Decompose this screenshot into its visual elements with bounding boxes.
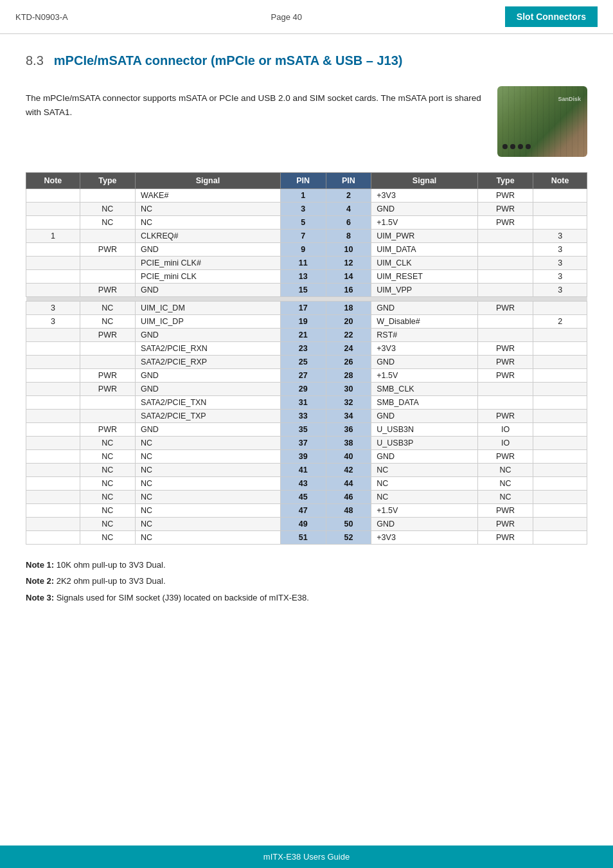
connector-image: SanDisk [497,86,587,157]
table-row: NCNC4344NCNC [26,477,587,491]
description-area: The mPCIe/mSATA connector supports mSATA… [26,86,587,157]
table-cell: PWR [80,369,135,383]
table-cell [26,329,80,342]
table-cell: NC [80,477,135,491]
table-cell [477,270,533,284]
table-cell: GND [371,203,478,216]
table-cell: 34 [326,410,371,423]
table-cell [533,464,587,477]
table-cell: UIM_IC_DP [136,315,281,329]
table-cell: GND [371,356,478,369]
table-cell [26,216,80,230]
table-cell: 18 [326,302,371,315]
table-cell: PWR [477,356,533,369]
table-cell: PWR [477,203,533,216]
table-cell: 37 [280,437,326,450]
table-cell: 33 [280,410,326,423]
dot-1 [502,144,508,149]
brand-label: SanDisk [558,96,581,102]
table-cell: GND [136,383,281,396]
table-cell: 10 [326,243,371,257]
table-cell: PWR [477,342,533,356]
table-cell: +1.5V [371,504,478,518]
table-cell: +3V3 [371,531,478,545]
table-cell: 2 [533,315,587,329]
section-title: mPCIe/mSATA connector (mPCIe or mSATA & … [54,53,403,68]
table-row: SATA2/PCIE_TXP3334GNDPWR [26,410,587,423]
table-cell: 32 [326,396,371,410]
table-cell: PWR [477,518,533,531]
section-label: Slot Connectors [505,6,598,27]
table-row: WAKE#12+3V3PWR [26,189,587,203]
col-header-pin-l: PIN [280,173,326,189]
table-cell: 3 [26,302,80,315]
note-2: Note 2: 2K2 ohm pull-up to 3V3 Dual. [26,574,587,588]
table-cell: 30 [326,383,371,396]
table-cell: 31 [280,396,326,410]
table-row: SATA2/PCIE_RXN2324+3V3PWR [26,342,587,356]
col-header-note-l: Note [26,173,80,189]
table-cell: UIM_VPP [371,284,478,297]
page-header: KTD-N0903-A Page 40 Slot Connectors [0,0,613,34]
table-cell [533,477,587,491]
table-cell: 11 [280,257,326,270]
table-row: PWRGND910UIM_DATA3 [26,243,587,257]
table-cell: UIM_IC_DM [136,302,281,315]
table-cell: PWR [477,410,533,423]
table-cell: U_USB3P [371,437,478,450]
table-cell: 1 [280,189,326,203]
table-cell: NC [477,464,533,477]
table-row: NCNC34GNDPWR [26,203,587,216]
doc-id: KTD-N0903-A [15,12,68,22]
pin-table: Note Type Signal PIN PIN Signal Type Not… [26,172,587,545]
table-cell [477,315,533,329]
table-cell: CLKREQ# [136,230,281,243]
table-cell [80,257,135,270]
table-cell: 49 [280,518,326,531]
table-cell: GND [136,243,281,257]
table-cell [26,437,80,450]
table-cell [26,491,80,504]
section-heading: 8.3 mPCIe/mSATA connector (mPCIe or mSAT… [26,53,587,68]
table-cell: NC [136,450,281,464]
table-cell [26,410,80,423]
table-cell: NC [80,531,135,545]
table-cell: 3 [26,315,80,329]
table-cell: 22 [326,329,371,342]
table-cell [26,189,80,203]
table-cell: 7 [280,230,326,243]
table-cell [80,410,135,423]
table-cell: GND [136,329,281,342]
table-cell: NC [136,491,281,504]
table-cell: SATA2/PCIE_RXN [136,342,281,356]
table-cell: NC [477,477,533,491]
table-cell [80,342,135,356]
table-cell [533,369,587,383]
table-cell: 24 [326,342,371,356]
table-row: 3NCUIM_IC_DP1920W_Disable#2 [26,315,587,329]
table-cell: NC [136,518,281,531]
table-cell [533,356,587,369]
table-cell: GND [371,450,478,464]
table-cell: 38 [326,437,371,450]
table-cell [533,491,587,504]
table-cell [533,504,587,518]
table-cell: NC [136,477,281,491]
table-cell [26,423,80,437]
table-cell [26,369,80,383]
table-cell: 21 [280,329,326,342]
table-cell: 39 [280,450,326,464]
table-cell: 3 [533,270,587,284]
col-header-pin-r: PIN [326,173,371,189]
col-header-signal-r: Signal [371,173,478,189]
table-cell: 36 [326,423,371,437]
table-cell [26,531,80,545]
table-row: PWRGND2122RST# [26,329,587,342]
table-cell: NC [477,491,533,504]
table-cell: UIM_PWR [371,230,478,243]
table-row: PWRGND3536U_USB3NIO [26,423,587,437]
table-cell [26,342,80,356]
dot-3 [518,144,523,149]
table-cell: 47 [280,504,326,518]
table-cell: 50 [326,518,371,531]
